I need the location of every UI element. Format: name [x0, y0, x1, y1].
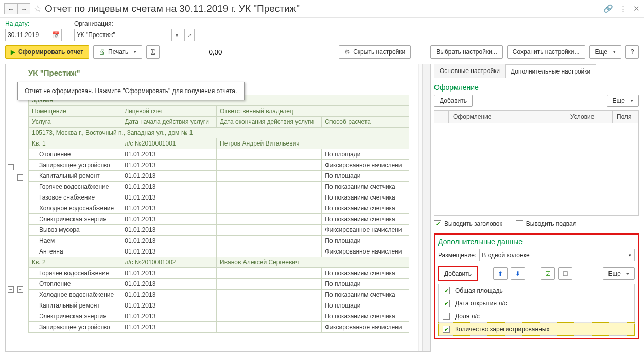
table-row[interactable]: Антенна01.01.2013Фиксированное начислени	[29, 246, 409, 257]
show-footer-label: Выводить подвал	[526, 220, 577, 227]
col-format: Оформление	[449, 111, 566, 123]
link-icon[interactable]: 🔗	[603, 4, 613, 13]
nav-back-button[interactable]: ←	[4, 3, 18, 14]
tab-extra-settings[interactable]: Дополнительные настройки	[505, 64, 596, 78]
table-row[interactable]: Холодное водоснабжение01.01.2013По показ…	[29, 203, 409, 214]
col-room: Помещение	[29, 106, 121, 117]
table-row[interactable]: Отопление01.01.2013По площади	[29, 149, 409, 160]
save-settings-button[interactable]: Сохранить настройки...	[507, 45, 585, 59]
table-row[interactable]: Запирающее устройство01.01.2013Фиксирова…	[29, 160, 409, 171]
nav-forward-button[interactable]: →	[17, 3, 30, 14]
table-row[interactable]: Наем01.01.2013По площади	[29, 236, 409, 246]
report-not-generated-tooltip: Отчет не сформирован. Нажмите "Сформиров…	[17, 82, 245, 100]
list-item-label: Доля л/с	[455, 313, 480, 320]
tree-toggle[interactable]: −	[17, 174, 23, 181]
list-item[interactable]: Дата открытия л/с	[439, 297, 634, 310]
section-extra-title: Дополнительные данные	[438, 238, 635, 246]
uncheck-all-button[interactable]: ☐	[558, 267, 572, 280]
org-dropdown-button[interactable]: ▾	[172, 29, 182, 41]
favorite-star-icon[interactable]: ☆	[33, 3, 42, 14]
placement-label: Размещение:	[438, 251, 476, 259]
report-area: УК "Престиж" Отчет не сформирован. Нажми…	[5, 64, 431, 352]
show-header-label: Выводить заголовок	[444, 220, 502, 227]
org-label: Организация:	[74, 20, 195, 27]
list-item-checkbox[interactable]	[443, 300, 450, 307]
calendar-icon[interactable]: 📅	[50, 29, 61, 41]
table-row[interactable]: Запирающее устройство01.01.2013Фиксирова…	[29, 322, 409, 333]
col-service: Услуга	[29, 117, 121, 128]
move-up-button[interactable]: ⬆	[493, 267, 508, 280]
report-table: Здание Помещение Лицевой счет Ответствен…	[28, 95, 409, 333]
table-row[interactable]: Газовое снабжение01.01.2013По показаниям…	[29, 192, 409, 203]
scrollbar[interactable]	[422, 64, 430, 351]
page-title: Отчет по лицевым счетам на 30.11.2019 г.…	[45, 3, 300, 14]
org-open-button[interactable]: ↗	[184, 29, 195, 41]
date-field-group: На дату: 30.11.2019 📅	[5, 20, 62, 41]
list-item-label: Количество зарегистрированных	[455, 326, 549, 333]
col-date-end: Дата окончания действия услуги	[217, 117, 322, 128]
table-row[interactable]: Капитальный ремонт01.01.2013По площади	[29, 171, 409, 182]
col-cond: Условие	[566, 111, 613, 123]
table-row[interactable]: Вывоз мусора01.01.2013Фиксированное начи…	[29, 225, 409, 236]
extra-data-list: Общая площадьДата открытия л/сДоля л/сКо…	[438, 284, 635, 336]
check-all-button[interactable]: ☑	[541, 267, 555, 280]
print-button[interactable]: 🖨 Печать	[93, 45, 142, 59]
toolbar-more-button[interactable]: Еще	[589, 45, 621, 59]
more-vertical-icon[interactable]: ⋮	[619, 4, 627, 13]
format-table-body[interactable]	[434, 123, 639, 216]
list-item-checkbox[interactable]	[443, 313, 450, 320]
format-add-button[interactable]: Добавить	[434, 95, 473, 107]
arrow-up-icon: ⬆	[498, 270, 503, 277]
hide-settings-button[interactable]: ⚙ Скрыть настройки	[339, 45, 411, 59]
extra-more-button[interactable]: Еще	[603, 267, 635, 280]
report-company-title: УК "Престиж"	[28, 64, 430, 79]
table-row[interactable]: Отопление01.01.2013По площади	[29, 279, 409, 290]
move-down-button[interactable]: ⬇	[511, 267, 525, 280]
show-header-checkbox[interactable]	[434, 220, 441, 227]
col-account: Лицевой счет	[121, 106, 217, 117]
tree-toggle[interactable]: −	[17, 286, 23, 293]
placement-input[interactable]: В одной колонке	[479, 249, 622, 261]
org-input[interactable]: УК "Престиж"	[74, 29, 172, 41]
list-item-checkbox[interactable]	[443, 326, 450, 333]
check-all-icon: ☑	[545, 270, 551, 277]
list-item[interactable]: Количество зарегистрированных	[439, 323, 634, 335]
sum-input[interactable]	[164, 46, 225, 58]
col-date-start: Дата начала действия услуги	[121, 117, 217, 128]
list-item[interactable]: Общая площадь	[439, 284, 634, 297]
col-calc: Способ расчета	[322, 117, 409, 128]
gear-icon: ⚙	[344, 48, 350, 56]
sum-button[interactable]: Σ	[146, 45, 160, 59]
format-more-button[interactable]: Еще	[607, 95, 639, 107]
table-row[interactable]: Холодное водоснабжение01.01.2013По показ…	[29, 290, 409, 300]
list-item-checkbox[interactable]	[443, 287, 450, 294]
date-input[interactable]: 30.11.2019 📅	[5, 29, 62, 41]
table-row[interactable]: Горячее водоснабжение01.01.2013По показа…	[29, 182, 409, 192]
settings-panel: Основные настройки Дополнительные настро…	[434, 64, 639, 352]
uncheck-all-icon: ☐	[563, 270, 568, 277]
org-field-group: Организация: УК "Престиж" ▾ ↗	[74, 20, 195, 41]
table-row[interactable]: Горячее водоснабжение01.01.2013По показа…	[29, 268, 409, 279]
tree-toggle[interactable]: −	[8, 164, 14, 170]
tree-toggle[interactable]: −	[8, 286, 14, 293]
arrow-down-icon: ⬇	[515, 270, 520, 277]
table-row[interactable]: Капитальный ремонт01.01.2013По площади	[29, 300, 409, 311]
placement-dropdown-button[interactable]: ▾	[625, 249, 635, 261]
choose-settings-button[interactable]: Выбрать настройки...	[430, 45, 502, 59]
scrollbar-inner[interactable]	[418, 64, 422, 351]
list-item-label: Общая площадь	[455, 287, 503, 294]
tab-main-settings[interactable]: Основные настройки	[434, 64, 506, 78]
play-icon: ▶	[11, 49, 15, 56]
close-icon[interactable]: ✕	[633, 4, 640, 13]
col-fields: Поля	[613, 111, 638, 123]
date-label: На дату:	[5, 20, 62, 27]
table-row[interactable]: Электрическая энергия01.01.2013По показа…	[29, 311, 409, 322]
generate-report-button[interactable]: ▶ Сформировать отчет	[5, 45, 89, 59]
table-row[interactable]: Электрическая энергия01.01.2013По показа…	[29, 214, 409, 225]
extra-add-button[interactable]: Добавить	[439, 267, 477, 280]
help-button[interactable]: ?	[625, 45, 639, 59]
col-owner: Ответственный владелец	[217, 106, 409, 117]
list-item[interactable]: Доля л/с	[439, 310, 634, 323]
list-item-label: Дата открытия л/с	[455, 300, 507, 307]
show-footer-checkbox[interactable]	[516, 220, 523, 227]
